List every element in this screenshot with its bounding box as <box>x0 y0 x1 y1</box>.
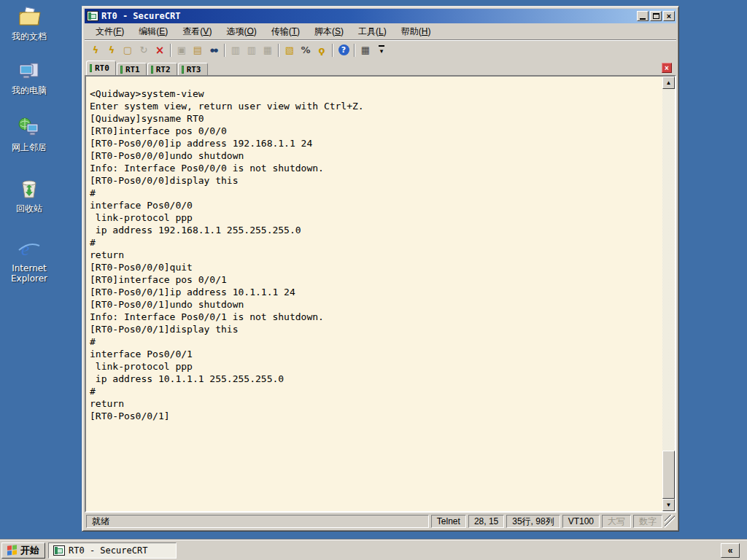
session-tab-bar: RT0 RT1 RT2 RT3 × <box>85 60 676 75</box>
tab-rt2[interactable]: RT2 <box>147 63 177 75</box>
tray-expand-button[interactable]: « <box>721 543 740 558</box>
scroll-down-icon[interactable]: ▼ <box>662 499 675 511</box>
menu-help[interactable]: 帮助(H) <box>395 24 438 39</box>
toolbar-separator <box>170 44 171 57</box>
help-icon[interactable]: ? <box>336 42 352 58</box>
desktop-icon-my-computer[interactable]: 我的电脑 <box>3 58 55 96</box>
toolbar-separator <box>354 44 355 57</box>
securecrt-window: RT0 - SecureCRT × 文件(F) 编辑(E) 查看(V) 选项(O… <box>82 6 679 532</box>
tab-rt1[interactable]: RT1 <box>117 63 147 75</box>
title-bar[interactable]: RT0 - SecureCRT × <box>85 9 676 23</box>
vertical-scrollbar[interactable]: ▲ ▼ <box>662 77 675 511</box>
my-documents-icon <box>17 4 42 29</box>
svg-text:e: e <box>21 238 30 260</box>
status-screen-size: 35行, 98列 <box>506 515 560 528</box>
resize-grip[interactable] <box>665 515 675 528</box>
tab-rt3[interactable]: RT3 <box>178 63 208 75</box>
window-title: RT0 - SecureCRT <box>101 11 637 21</box>
scrollbar-thumb[interactable] <box>662 451 675 499</box>
my-computer-icon <box>17 58 42 83</box>
menu-tools[interactable]: 工具(L) <box>352 24 393 39</box>
find-icon[interactable]: ●● <box>206 42 222 58</box>
menu-script[interactable]: 脚本(S) <box>308 24 350 39</box>
session-status-led <box>182 66 184 74</box>
status-caps-lock: 大写 <box>602 515 631 528</box>
tab-rt0[interactable]: RT0 <box>86 61 116 75</box>
desktop-icon-label: 我的电脑 <box>3 85 55 96</box>
windows-logo-icon <box>7 545 18 556</box>
menu-edit[interactable]: 编辑(E) <box>132 24 174 39</box>
toolbar-separator <box>278 44 279 57</box>
status-cursor-pos: 28, 15 <box>468 515 504 528</box>
menu-transfer[interactable]: 传输(T) <box>265 24 306 39</box>
global-options-icon[interactable]: % <box>298 42 314 58</box>
reconnect-icon[interactable]: ↻ <box>136 42 152 58</box>
toolbar: ϟ ϟ ▢ ↻ × ▣ ▤ ●● ▥ ▥ ▦ ▧ % ϙ ? ▦ ▾ <box>85 39 676 60</box>
connect-icon[interactable]: ϟ <box>104 42 120 58</box>
print-preview-icon[interactable]: ▥ <box>228 42 244 58</box>
copy-icon[interactable]: ▣ <box>174 42 190 58</box>
terminal-area: <Quidway>system-view Enter system view, … <box>85 75 676 513</box>
toolbar-separator <box>332 44 333 57</box>
start-button[interactable]: 开始 <box>1 542 45 559</box>
keymap-editor-icon[interactable]: ▦ <box>357 42 374 58</box>
terminal-output: <Quidway>system-view Enter system view, … <box>86 77 662 422</box>
status-bar: 就绪 Telnet 28, 15 35行, 98列 VT100 大写 数字 <box>85 513 676 529</box>
network-places-icon <box>17 115 42 140</box>
menu-file[interactable]: 文件(F) <box>89 24 131 39</box>
print-icon[interactable]: ▦ <box>260 42 276 58</box>
menu-options[interactable]: 选项(O) <box>220 24 263 39</box>
securecrt-app-icon <box>87 11 98 21</box>
scroll-up-icon[interactable]: ▲ <box>662 77 675 89</box>
desktop-icon-my-documents[interactable]: 我的文档 <box>3 4 55 42</box>
key-generator-icon[interactable]: ϙ <box>314 42 330 58</box>
quick-connect-icon[interactable]: ϟ <box>88 42 104 58</box>
toolbar-overflow-icon[interactable]: ▾ <box>374 42 390 58</box>
desktop-icon-label: 我的文档 <box>3 31 55 42</box>
session-options-icon[interactable]: ▧ <box>282 42 298 58</box>
desktop-icon-recycle-bin[interactable]: 回收站 <box>3 176 55 214</box>
status-emulation: VT100 <box>562 515 600 528</box>
securecrt-task-icon <box>53 545 65 556</box>
internet-explorer-icon: e <box>17 236 42 261</box>
desktop-icon-label: 网上邻居 <box>3 142 55 152</box>
recycle-bin-icon <box>17 176 42 201</box>
terminal-screen[interactable]: <Quidway>system-view Enter system view, … <box>86 77 662 511</box>
status-protocol: Telnet <box>431 515 466 528</box>
desktop-icon-label: 回收站 <box>3 203 55 214</box>
paste-icon[interactable]: ▤ <box>190 42 206 58</box>
session-status-led <box>90 64 92 72</box>
tab-close-icon[interactable]: × <box>662 63 672 73</box>
desktop-icon-label: Internet Explorer <box>3 263 55 284</box>
desktop-icon-network-places[interactable]: 网上邻居 <box>3 115 55 152</box>
close-button[interactable]: × <box>663 11 675 21</box>
maximize-button[interactable] <box>650 11 662 21</box>
menu-bar: 文件(F) 编辑(E) 查看(V) 选项(O) 传输(T) 脚本(S) 工具(L… <box>85 23 676 39</box>
status-num-lock: 数字 <box>633 515 662 528</box>
print-selection-icon[interactable]: ▥ <box>244 42 260 58</box>
new-session-icon[interactable]: ▢ <box>120 42 136 58</box>
minimize-button[interactable] <box>637 11 649 21</box>
disconnect-icon[interactable]: × <box>152 42 168 58</box>
taskbar: 开始 RT0 - SecureCRT « <box>0 540 747 560</box>
session-status-led <box>120 66 123 74</box>
status-ready: 就绪 <box>86 515 429 528</box>
toolbar-separator <box>224 44 225 57</box>
taskbar-task-securecrt[interactable]: RT0 - SecureCRT <box>48 542 177 559</box>
menu-view[interactable]: 查看(V) <box>176 24 218 39</box>
session-status-led <box>151 66 153 74</box>
desktop-icon-internet-explorer[interactable]: e Internet Explorer <box>3 236 55 284</box>
